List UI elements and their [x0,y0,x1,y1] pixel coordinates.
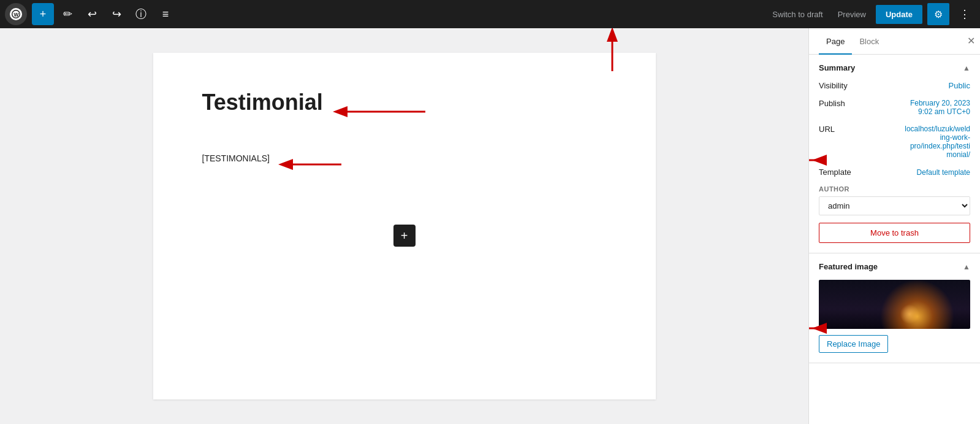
editor-content: Testimonial [TESTIMONIALS] [153,53,656,399]
update-button[interactable]: Update [876,5,922,24]
featured-image-body: Replace Image [809,280,980,363]
shortcode-block[interactable]: [TESTIMONIALS] [202,153,270,163]
summary-section-title: Summary [819,63,855,72]
featured-image-chevron-icon: ▲ [963,263,970,271]
plus-icon: + [40,8,47,21]
page-title[interactable]: Testimonial [202,90,323,115]
toolbar-right: Switch to draft Preview Update ⚙ ⋮ [767,2,975,26]
summary-section-body: Visibility Public Publish February 20, 2… [809,81,980,253]
url-value[interactable]: localhost/luzuk/welding-work-pro/index.p… [905,125,970,159]
settings-button[interactable]: ⚙ [927,3,949,25]
tab-page[interactable]: Page [819,28,852,55]
summary-section-header[interactable]: Summary ▲ [809,55,980,81]
featured-image-section: Featured image ▲ Replace Image [809,253,980,363]
main-layout: Testimonial [TESTIMONIALS] [0,28,980,424]
featured-image-arrow-svg [808,319,819,337]
visibility-row: Visibility Public [819,81,970,90]
wp-logo-inner: W [10,8,22,20]
replace-image-button[interactable]: Replace Image [819,335,888,353]
vertical-dots-icon: ⋮ [959,8,970,20]
sidebar-close-button[interactable]: ✕ [967,36,975,46]
wp-logo[interactable]: W [5,3,27,25]
author-label: AUTHOR [819,185,970,193]
toolbar: W + ✏ ↩ ↪ ⓘ ≡ Switch to draft Preview Up… [0,0,980,28]
shortcode-arrow [277,157,344,172]
info-icon: ⓘ [135,7,146,21]
template-arrow-svg [808,151,819,169]
pencil-icon: ✏ [63,7,72,21]
list-view-button[interactable]: ≡ [154,3,177,25]
redo-button[interactable]: ↪ [105,3,127,25]
svg-text:W: W [14,12,19,18]
featured-image-thumbnail[interactable] [819,280,970,329]
list-icon: ≡ [162,8,169,21]
wp-logo-icon: W [12,10,20,18]
summary-section: Summary ▲ Visibility Public Publish Febr… [809,55,980,253]
tab-block[interactable]: Block [852,28,886,55]
publish-row: Publish February 20, 20239:02 am UTC+0 [819,99,970,116]
gear-icon: ⚙ [934,9,943,20]
publish-label: Publish [819,99,868,108]
edit-button[interactable]: ✏ [56,3,78,25]
summary-chevron-icon: ▲ [963,64,970,72]
sidebar-tabs: Page Block ✕ [809,28,980,55]
add-block-inline-button[interactable]: + [393,225,416,247]
undo-button[interactable]: ↩ [81,3,103,25]
url-label: URL [819,125,868,134]
add-block-button[interactable]: + [32,3,54,25]
undo-icon: ↩ [88,7,97,21]
featured-image-header[interactable]: Featured image ▲ [809,253,980,280]
preview-button[interactable]: Preview [833,6,871,23]
template-label: Template [819,168,868,177]
more-options-button[interactable]: ⋮ [954,2,975,26]
title-arrow [330,102,428,121]
info-button[interactable]: ⓘ [130,3,152,25]
publish-value[interactable]: February 20, 20239:02 am UTC+0 [910,99,970,116]
author-container: AUTHOR admin [819,185,970,215]
url-row: URL localhost/luzuk/welding-work-pro/ind… [819,125,970,159]
switch-to-draft-button[interactable]: Switch to draft [767,6,827,23]
redo-icon: ↪ [112,7,121,21]
close-icon: ✕ [967,36,975,46]
featured-image-title: Featured image [819,262,878,271]
template-row: Template Default template [819,168,970,177]
author-select[interactable]: admin [819,196,970,215]
visibility-label: Visibility [819,81,868,90]
plus-icon: + [401,229,408,243]
editor-area[interactable]: Testimonial [TESTIMONIALS] [0,28,808,424]
move-to-trash-button[interactable]: Move to trash [819,223,970,243]
visibility-value[interactable]: Public [949,81,970,90]
template-value[interactable]: Default template [917,168,970,177]
sidebar: Page Block ✕ Summary ▲ Visibility Public… [808,28,980,424]
